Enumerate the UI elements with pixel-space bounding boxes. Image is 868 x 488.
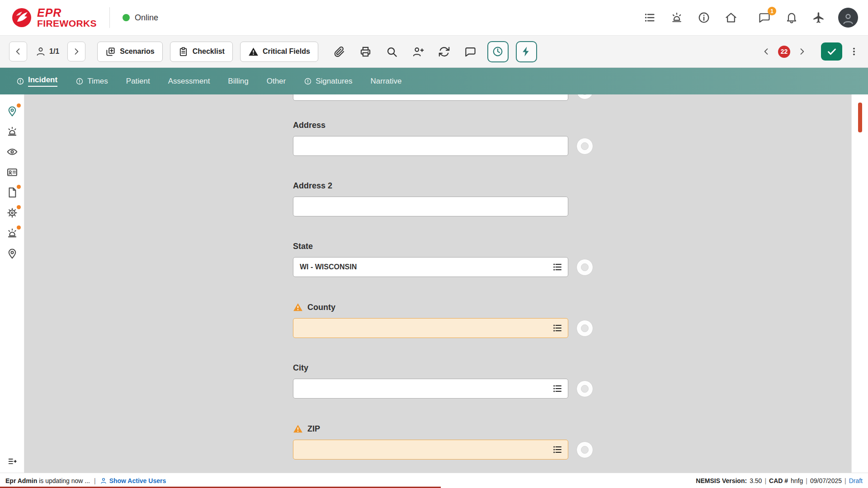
alert-dot bbox=[17, 103, 21, 108]
eye-icon[interactable] bbox=[6, 146, 18, 158]
field-status-button[interactable] bbox=[576, 380, 593, 397]
next-issue-button[interactable] bbox=[796, 44, 808, 59]
alert-dot bbox=[17, 205, 21, 209]
clock-toggle-button[interactable] bbox=[487, 41, 509, 62]
tab-label: Incident bbox=[28, 75, 57, 87]
issue-count-badge: 22 bbox=[778, 46, 790, 58]
critical-fields-button[interactable]: Critical Fields bbox=[240, 42, 318, 62]
separator: | bbox=[806, 477, 807, 484]
scenarios-icon bbox=[105, 47, 116, 57]
info-icon[interactable] bbox=[696, 10, 712, 25]
county-input[interactable] bbox=[293, 318, 568, 338]
tab-assessment[interactable]: Assessment bbox=[168, 77, 210, 86]
tab-signatures[interactable]: Signatures bbox=[304, 77, 352, 86]
label-text: County bbox=[307, 303, 335, 312]
field-group-address2: Address 2 bbox=[293, 181, 593, 216]
prev-record-button[interactable] bbox=[9, 42, 27, 61]
list-icon[interactable] bbox=[642, 10, 657, 25]
cad-value: hnfg bbox=[791, 477, 803, 484]
airplane-icon[interactable] bbox=[811, 10, 826, 25]
draft-status-badge[interactable]: Draft bbox=[849, 477, 863, 484]
siren-icon[interactable] bbox=[669, 10, 684, 25]
label-text: ZIP bbox=[307, 424, 320, 434]
show-active-users-link[interactable]: Show Active Users bbox=[100, 477, 166, 484]
city-input[interactable] bbox=[293, 379, 568, 399]
field-status-button[interactable] bbox=[576, 320, 593, 337]
zip-input[interactable] bbox=[293, 440, 568, 460]
tab-narrative[interactable]: Narrative bbox=[371, 77, 402, 86]
chat-badge: 1 bbox=[768, 7, 776, 15]
field-status-button[interactable] bbox=[576, 441, 593, 458]
updating-text: is updating now ... bbox=[37, 477, 90, 484]
logo-line1: EPR bbox=[37, 7, 97, 19]
checklist-button[interactable]: Checklist bbox=[170, 42, 233, 62]
address-input[interactable] bbox=[293, 136, 568, 156]
bell-icon[interactable] bbox=[784, 10, 799, 25]
radio-dot bbox=[581, 142, 589, 150]
statusbar-left: Epr Admin is updating now ... | Show Act… bbox=[5, 477, 166, 484]
siren-icon[interactable] bbox=[6, 227, 18, 239]
warning-circle-icon bbox=[16, 77, 24, 85]
person-add-icon[interactable] bbox=[409, 42, 428, 61]
home-icon[interactable] bbox=[723, 10, 739, 25]
tab-other[interactable]: Other bbox=[267, 77, 286, 86]
alert-dot bbox=[17, 185, 21, 189]
separator: | bbox=[844, 477, 846, 484]
scenarios-button[interactable]: Scenarios bbox=[97, 42, 162, 62]
siren-icon[interactable] bbox=[6, 126, 18, 137]
sidebar bbox=[0, 94, 24, 473]
field-status-button[interactable] bbox=[576, 259, 593, 276]
collapse-menu-icon[interactable] bbox=[0, 456, 24, 466]
address-label: Address bbox=[293, 121, 593, 130]
next-record-button[interactable] bbox=[67, 42, 85, 61]
document-icon[interactable] bbox=[6, 187, 18, 198]
alert-dot bbox=[17, 225, 21, 230]
state-input[interactable] bbox=[293, 257, 568, 277]
logo-icon bbox=[11, 7, 33, 28]
kebab-menu-icon[interactable] bbox=[848, 42, 860, 61]
online-status: Online bbox=[123, 13, 158, 23]
header-actions: 1 bbox=[642, 8, 858, 28]
scrollbar-track[interactable] bbox=[851, 94, 868, 473]
save-button[interactable] bbox=[821, 42, 842, 61]
address2-input[interactable] bbox=[293, 197, 568, 216]
tab-label: Narrative bbox=[371, 77, 402, 86]
toolbar-buttons: Scenarios Checklist Critical Fields bbox=[97, 42, 318, 62]
list-picker-icon[interactable] bbox=[552, 323, 563, 333]
tab-incident[interactable]: Incident bbox=[16, 75, 57, 87]
record-pager: 1/1 bbox=[33, 46, 62, 57]
location-pin-icon[interactable] bbox=[6, 105, 18, 117]
avatar[interactable] bbox=[838, 8, 858, 28]
warning-circle-icon bbox=[75, 77, 84, 85]
bolt-icon bbox=[520, 46, 532, 57]
online-label: Online bbox=[135, 13, 158, 23]
sync-icon[interactable] bbox=[435, 42, 454, 61]
id-card-icon[interactable] bbox=[6, 166, 18, 178]
tab-patient[interactable]: Patient bbox=[126, 77, 150, 86]
bolt-toggle-button[interactable] bbox=[516, 41, 537, 62]
tab-times[interactable]: Times bbox=[75, 77, 108, 86]
state-label: State bbox=[293, 242, 593, 251]
tab-label: Times bbox=[87, 77, 108, 86]
tab-label: Signatures bbox=[316, 77, 352, 86]
paperclip-icon[interactable] bbox=[330, 42, 349, 61]
location-pin-icon[interactable] bbox=[6, 248, 18, 259]
search-icon[interactable] bbox=[382, 42, 401, 61]
chat-icon[interactable] bbox=[461, 42, 480, 61]
prev-issue-button[interactable] bbox=[760, 44, 772, 59]
nemsis-value: 3.50 bbox=[750, 477, 762, 484]
printer-icon[interactable] bbox=[356, 42, 375, 61]
online-dot-icon bbox=[123, 14, 130, 21]
list-picker-icon[interactable] bbox=[552, 383, 563, 394]
scrollbar-thumb[interactable] bbox=[858, 103, 862, 132]
tab-billing[interactable]: Billing bbox=[228, 77, 248, 86]
list-picker-icon[interactable] bbox=[552, 262, 563, 272]
field-status-button[interactable] bbox=[576, 138, 593, 155]
link-label: Show Active Users bbox=[109, 477, 166, 484]
helm-icon[interactable] bbox=[6, 207, 18, 219]
list-picker-icon[interactable] bbox=[552, 444, 563, 455]
status-bar: Epr Admin is updating now ... | Show Act… bbox=[0, 473, 868, 488]
toolbar-right: 22 bbox=[760, 42, 860, 61]
chat-icon[interactable]: 1 bbox=[757, 10, 772, 25]
warning-triangle-icon bbox=[293, 424, 303, 434]
